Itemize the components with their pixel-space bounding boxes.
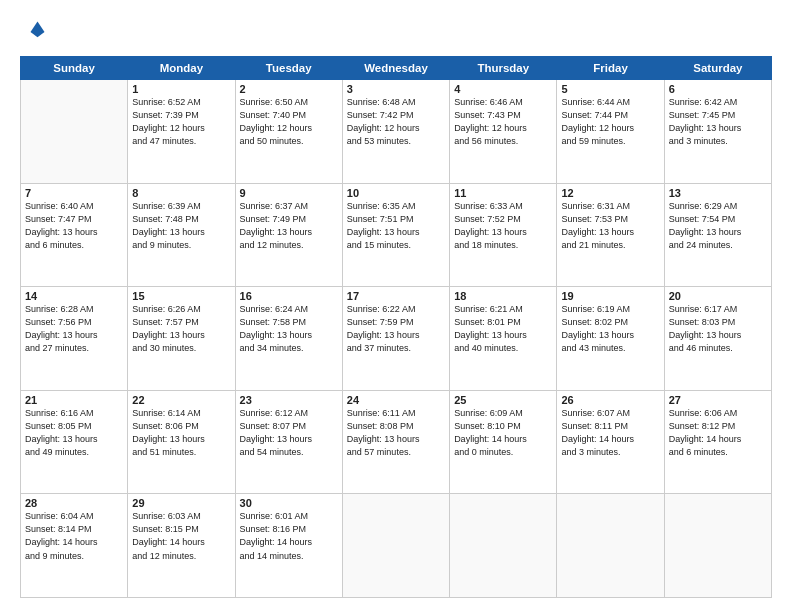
day-number: 25 [454,394,552,406]
calendar-cell: 20Sunrise: 6:17 AM Sunset: 8:03 PM Dayli… [664,287,771,391]
calendar-cell: 17Sunrise: 6:22 AM Sunset: 7:59 PM Dayli… [342,287,449,391]
day-number: 6 [669,83,767,95]
day-info: Sunrise: 6:04 AM Sunset: 8:14 PM Dayligh… [25,510,123,562]
calendar-header-thursday: Thursday [450,57,557,80]
day-number: 15 [132,290,230,302]
calendar-cell: 19Sunrise: 6:19 AM Sunset: 8:02 PM Dayli… [557,287,664,391]
calendar-cell: 4Sunrise: 6:46 AM Sunset: 7:43 PM Daylig… [450,80,557,184]
calendar-cell: 18Sunrise: 6:21 AM Sunset: 8:01 PM Dayli… [450,287,557,391]
page: SundayMondayTuesdayWednesdayThursdayFrid… [0,0,792,612]
day-number: 27 [669,394,767,406]
day-number: 29 [132,497,230,509]
day-info: Sunrise: 6:37 AM Sunset: 7:49 PM Dayligh… [240,200,338,252]
day-number: 23 [240,394,338,406]
calendar-cell: 23Sunrise: 6:12 AM Sunset: 8:07 PM Dayli… [235,390,342,494]
day-number: 7 [25,187,123,199]
day-number: 3 [347,83,445,95]
calendar-cell [342,494,449,598]
calendar-header-wednesday: Wednesday [342,57,449,80]
day-number: 4 [454,83,552,95]
day-info: Sunrise: 6:06 AM Sunset: 8:12 PM Dayligh… [669,407,767,459]
day-info: Sunrise: 6:40 AM Sunset: 7:47 PM Dayligh… [25,200,123,252]
day-info: Sunrise: 6:29 AM Sunset: 7:54 PM Dayligh… [669,200,767,252]
day-info: Sunrise: 6:26 AM Sunset: 7:57 PM Dayligh… [132,303,230,355]
day-info: Sunrise: 6:01 AM Sunset: 8:16 PM Dayligh… [240,510,338,562]
week-row-2: 7Sunrise: 6:40 AM Sunset: 7:47 PM Daylig… [21,183,772,287]
calendar-cell: 28Sunrise: 6:04 AM Sunset: 8:14 PM Dayli… [21,494,128,598]
day-info: Sunrise: 6:03 AM Sunset: 8:15 PM Dayligh… [132,510,230,562]
calendar-table: SundayMondayTuesdayWednesdayThursdayFrid… [20,56,772,598]
calendar-cell: 12Sunrise: 6:31 AM Sunset: 7:53 PM Dayli… [557,183,664,287]
calendar-cell: 6Sunrise: 6:42 AM Sunset: 7:45 PM Daylig… [664,80,771,184]
day-info: Sunrise: 6:11 AM Sunset: 8:08 PM Dayligh… [347,407,445,459]
calendar-cell: 8Sunrise: 6:39 AM Sunset: 7:48 PM Daylig… [128,183,235,287]
calendar-header-friday: Friday [557,57,664,80]
calendar-cell: 26Sunrise: 6:07 AM Sunset: 8:11 PM Dayli… [557,390,664,494]
calendar-cell: 5Sunrise: 6:44 AM Sunset: 7:44 PM Daylig… [557,80,664,184]
day-number: 9 [240,187,338,199]
calendar-cell: 29Sunrise: 6:03 AM Sunset: 8:15 PM Dayli… [128,494,235,598]
calendar-header-tuesday: Tuesday [235,57,342,80]
calendar-header-row: SundayMondayTuesdayWednesdayThursdayFrid… [21,57,772,80]
day-number: 13 [669,187,767,199]
day-info: Sunrise: 6:50 AM Sunset: 7:40 PM Dayligh… [240,96,338,148]
calendar-cell: 10Sunrise: 6:35 AM Sunset: 7:51 PM Dayli… [342,183,449,287]
calendar-cell: 21Sunrise: 6:16 AM Sunset: 8:05 PM Dayli… [21,390,128,494]
calendar-cell [450,494,557,598]
day-info: Sunrise: 6:28 AM Sunset: 7:56 PM Dayligh… [25,303,123,355]
day-info: Sunrise: 6:35 AM Sunset: 7:51 PM Dayligh… [347,200,445,252]
logo-icon [20,18,48,46]
day-number: 1 [132,83,230,95]
day-number: 8 [132,187,230,199]
day-number: 21 [25,394,123,406]
day-number: 20 [669,290,767,302]
calendar-header-sunday: Sunday [21,57,128,80]
calendar-cell [557,494,664,598]
day-number: 10 [347,187,445,199]
day-info: Sunrise: 6:12 AM Sunset: 8:07 PM Dayligh… [240,407,338,459]
day-number: 16 [240,290,338,302]
day-info: Sunrise: 6:42 AM Sunset: 7:45 PM Dayligh… [669,96,767,148]
day-info: Sunrise: 6:24 AM Sunset: 7:58 PM Dayligh… [240,303,338,355]
day-number: 18 [454,290,552,302]
calendar-header-monday: Monday [128,57,235,80]
week-row-5: 28Sunrise: 6:04 AM Sunset: 8:14 PM Dayli… [21,494,772,598]
logo [20,18,52,46]
day-number: 30 [240,497,338,509]
day-info: Sunrise: 6:16 AM Sunset: 8:05 PM Dayligh… [25,407,123,459]
calendar-cell: 30Sunrise: 6:01 AM Sunset: 8:16 PM Dayli… [235,494,342,598]
calendar-header-saturday: Saturday [664,57,771,80]
calendar-cell: 25Sunrise: 6:09 AM Sunset: 8:10 PM Dayli… [450,390,557,494]
day-number: 5 [561,83,659,95]
day-number: 24 [347,394,445,406]
calendar-cell: 15Sunrise: 6:26 AM Sunset: 7:57 PM Dayli… [128,287,235,391]
header [20,18,772,46]
day-info: Sunrise: 6:44 AM Sunset: 7:44 PM Dayligh… [561,96,659,148]
day-number: 22 [132,394,230,406]
day-info: Sunrise: 6:33 AM Sunset: 7:52 PM Dayligh… [454,200,552,252]
calendar-cell: 24Sunrise: 6:11 AM Sunset: 8:08 PM Dayli… [342,390,449,494]
day-info: Sunrise: 6:52 AM Sunset: 7:39 PM Dayligh… [132,96,230,148]
day-number: 2 [240,83,338,95]
day-info: Sunrise: 6:09 AM Sunset: 8:10 PM Dayligh… [454,407,552,459]
day-number: 12 [561,187,659,199]
calendar-cell [664,494,771,598]
day-info: Sunrise: 6:21 AM Sunset: 8:01 PM Dayligh… [454,303,552,355]
week-row-4: 21Sunrise: 6:16 AM Sunset: 8:05 PM Dayli… [21,390,772,494]
day-info: Sunrise: 6:14 AM Sunset: 8:06 PM Dayligh… [132,407,230,459]
day-number: 28 [25,497,123,509]
calendar-cell: 9Sunrise: 6:37 AM Sunset: 7:49 PM Daylig… [235,183,342,287]
calendar-cell: 13Sunrise: 6:29 AM Sunset: 7:54 PM Dayli… [664,183,771,287]
calendar-cell: 11Sunrise: 6:33 AM Sunset: 7:52 PM Dayli… [450,183,557,287]
day-info: Sunrise: 6:17 AM Sunset: 8:03 PM Dayligh… [669,303,767,355]
calendar-cell [21,80,128,184]
calendar-cell: 27Sunrise: 6:06 AM Sunset: 8:12 PM Dayli… [664,390,771,494]
day-number: 26 [561,394,659,406]
day-number: 11 [454,187,552,199]
week-row-3: 14Sunrise: 6:28 AM Sunset: 7:56 PM Dayli… [21,287,772,391]
day-info: Sunrise: 6:39 AM Sunset: 7:48 PM Dayligh… [132,200,230,252]
calendar-cell: 2Sunrise: 6:50 AM Sunset: 7:40 PM Daylig… [235,80,342,184]
day-info: Sunrise: 6:48 AM Sunset: 7:42 PM Dayligh… [347,96,445,148]
calendar-cell: 3Sunrise: 6:48 AM Sunset: 7:42 PM Daylig… [342,80,449,184]
day-number: 17 [347,290,445,302]
